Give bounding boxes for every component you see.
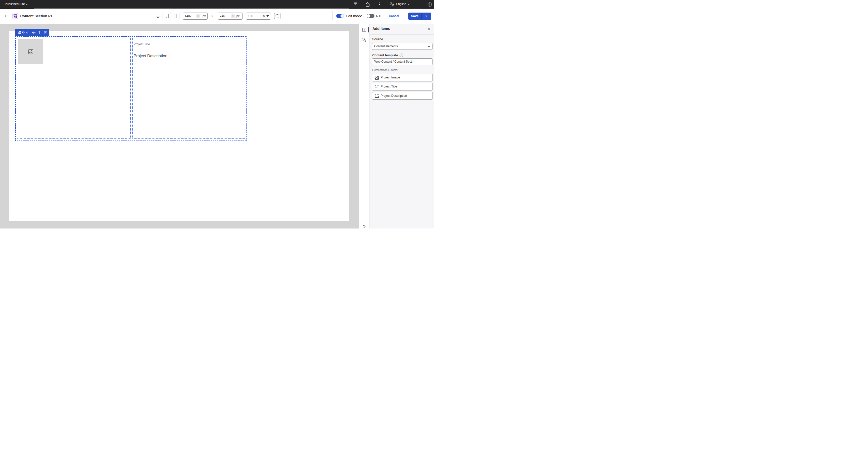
svg-text:?: ? <box>401 54 402 57</box>
